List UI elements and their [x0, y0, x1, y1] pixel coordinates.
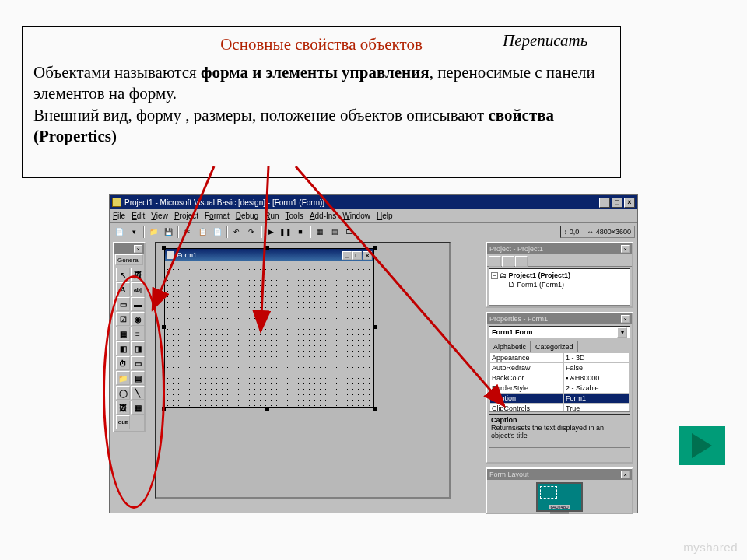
tool-button[interactable]: ▬ — [131, 297, 145, 311]
layout-screen[interactable]: 640x480 — [536, 482, 583, 512]
close-icon[interactable]: × — [621, 245, 630, 253]
tool-filelist[interactable]: ▤ — [131, 371, 145, 385]
form-designer[interactable]: Form1 _ □ × — [155, 242, 451, 499]
project-tree[interactable]: −🗂 Project1 (Project1) 🗋 Form1 (Form1) — [489, 268, 630, 306]
tool-frame[interactable]: ▭ — [116, 297, 130, 311]
toolbar-btn[interactable]: ↶ — [230, 225, 244, 239]
resize-handle[interactable] — [162, 407, 166, 411]
form-maximize[interactable]: □ — [352, 251, 362, 260]
tool-pointer[interactable]: ↖ — [116, 268, 130, 282]
view-object-button[interactable] — [502, 256, 514, 267]
layout-form-mini[interactable] — [540, 486, 557, 499]
project-root[interactable]: Project1 (Project1) — [509, 271, 571, 279]
resize-handle[interactable] — [373, 325, 377, 329]
tool-data[interactable]: ▦ — [131, 401, 145, 415]
toolbar-btn[interactable]: 🗔 — [342, 225, 356, 239]
properties-panel[interactable]: Properties - Form1 × Form1 Form ▾ Alphab… — [486, 312, 633, 464]
ide-titlebar[interactable]: Project1 - Microsoft Visual Basic [desig… — [110, 195, 637, 209]
chevron-down-icon[interactable]: ▾ — [617, 327, 627, 338]
form-close[interactable]: × — [363, 251, 372, 260]
resize-handle[interactable] — [265, 407, 269, 411]
tool-drive[interactable]: ▭ — [131, 356, 145, 370]
form-minimize[interactable]: _ — [342, 251, 352, 260]
menu-edit[interactable]: Edit — [132, 212, 145, 220]
project-child[interactable]: Form1 (Form1) — [517, 281, 565, 289]
toggle-folders-button[interactable] — [515, 256, 528, 267]
menu-window[interactable]: Window — [342, 212, 370, 220]
tool-textbox[interactable]: ab| — [131, 282, 145, 296]
tool-ole[interactable]: OLE — [116, 415, 130, 429]
menu-view[interactable]: View — [151, 212, 168, 220]
tool-option[interactable]: ◉ — [131, 312, 145, 326]
object-selector[interactable]: Form1 Form ▾ — [489, 326, 630, 338]
form-titlebar[interactable]: Form1 _ □ × — [165, 249, 374, 261]
close-icon[interactable]: × — [134, 245, 142, 253]
toolbar-btn[interactable]: ✂ — [181, 225, 195, 239]
toolbar-btn[interactable]: 📋 — [195, 225, 209, 239]
resize-handle[interactable] — [162, 325, 166, 329]
tab-categorized[interactable]: Categorized — [531, 341, 578, 352]
resize-handle[interactable] — [373, 246, 377, 250]
toolbox-tab-general[interactable]: General — [115, 254, 143, 265]
tab-alphabetic[interactable]: Alphabetic — [489, 341, 531, 352]
tool-dirlist[interactable]: 📁 — [116, 371, 130, 385]
menu-help[interactable]: Help — [377, 212, 393, 220]
menu-project[interactable]: Project — [174, 212, 198, 220]
toolbar-btn[interactable]: 📄 — [210, 225, 224, 239]
toolbar-btn[interactable]: ↷ — [244, 225, 258, 239]
tool-vscroll[interactable]: ◨ — [131, 341, 145, 355]
prop-row-selected[interactable]: CaptionForm1 — [490, 394, 630, 404]
toolbar-btn[interactable]: ▦ — [313, 225, 327, 239]
properties-grid[interactable]: Appearance1 - 3D AutoRedrawFalse BackCol… — [489, 352, 630, 412]
properties-title[interactable]: Properties - Form1 × — [487, 313, 632, 324]
project-explorer-panel[interactable]: Project - Project1 × −🗂 Project1 (Projec… — [486, 242, 633, 308]
layout-title[interactable]: Form Layout × — [487, 469, 632, 480]
resize-handle[interactable] — [373, 407, 377, 411]
tool-label[interactable]: A — [116, 282, 130, 296]
form-body[interactable] — [165, 261, 374, 407]
toolbar-btn[interactable]: ▾ — [127, 225, 141, 239]
tool-line[interactable]: ╲ — [131, 386, 145, 400]
maximize-button[interactable]: □ — [612, 198, 622, 208]
close-button[interactable]: × — [624, 198, 635, 208]
design-form[interactable]: Form1 _ □ × — [164, 248, 374, 408]
toolbar-btn[interactable]: ▤ — [328, 225, 342, 239]
tool-picturebox[interactable]: 🖼 — [131, 268, 145, 282]
next-button[interactable] — [679, 426, 725, 465]
tool-hscroll[interactable]: ◧ — [116, 341, 130, 355]
minimize-button[interactable]: _ — [599, 198, 610, 208]
tool-shape[interactable]: ◯ — [116, 386, 130, 400]
toolbox-panel[interactable]: × General ↖ 🖼 A ab| ▭ ▬ ☑ ◉ ▦ ≡ ◧ ◨ ⏱ ▭ … — [113, 242, 146, 432]
menu-run[interactable]: Run — [265, 212, 279, 220]
close-icon[interactable]: × — [621, 315, 630, 323]
toolbar-btn[interactable]: 💾 — [161, 225, 175, 239]
tool-combobox[interactable]: ▦ — [116, 327, 130, 341]
tool-listbox[interactable]: ≡ — [131, 327, 145, 341]
menu-format[interactable]: Format — [205, 212, 230, 220]
toolbar-btn[interactable]: ❚❚ — [279, 225, 293, 239]
prop-row[interactable]: AutoRedrawFalse — [490, 363, 630, 373]
tool-image[interactable]: 🖼 — [116, 401, 130, 415]
toolbox-title[interactable]: × — [114, 243, 144, 254]
project-title[interactable]: Project - Project1 × — [487, 243, 632, 254]
toolbar-btn[interactable]: ▶ — [264, 225, 278, 239]
menu-tools[interactable]: Tools — [286, 212, 303, 220]
menu-file[interactable]: File — [113, 212, 125, 220]
prop-row[interactable]: BackColor▪ &H80000 — [490, 373, 630, 383]
form-layout-panel[interactable]: Form Layout × 640x480 — [486, 467, 633, 514]
resize-handle[interactable] — [162, 246, 166, 250]
tool-checkbox[interactable]: ☑ — [116, 312, 130, 326]
resize-handle[interactable] — [265, 246, 269, 250]
menu-debug[interactable]: Debug — [236, 212, 258, 220]
view-code-button[interactable] — [489, 256, 501, 267]
prop-row[interactable]: BorderStyle2 - Sizable — [490, 383, 630, 394]
prop-row[interactable]: Appearance1 - 3D — [490, 353, 630, 363]
prop-row[interactable]: ClipControlsTrue — [490, 404, 630, 413]
toolbar-btn[interactable]: 📁 — [146, 225, 160, 239]
toolbar-btn[interactable]: ■ — [293, 225, 307, 239]
explanation-text-3: Внешний вид, форму , размеры, положение … — [33, 106, 488, 124]
tool-timer[interactable]: ⏱ — [116, 356, 130, 370]
menu-addins[interactable]: Add-Ins — [310, 212, 336, 220]
toolbar-btn[interactable]: 📄 — [112, 225, 126, 239]
close-icon[interactable]: × — [621, 471, 630, 478]
